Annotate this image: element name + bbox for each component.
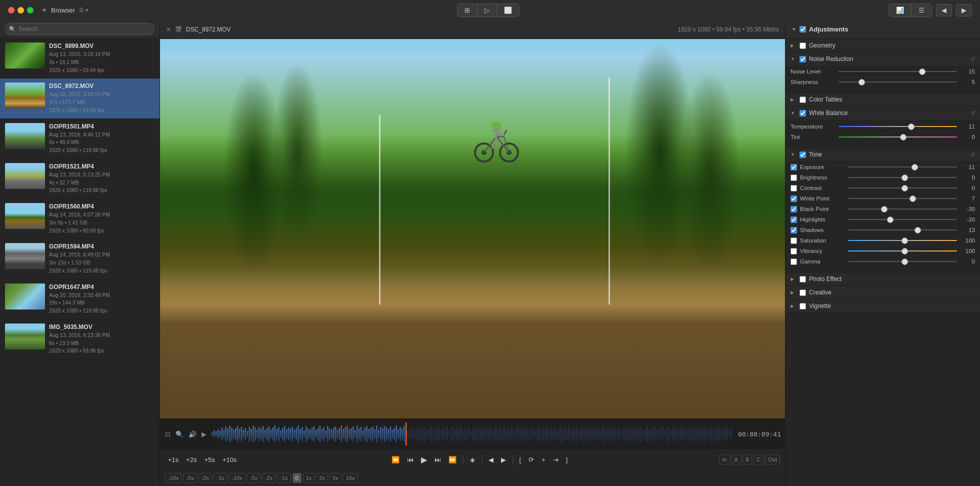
close-button[interactable] bbox=[8, 7, 14, 14]
maximize-button[interactable] bbox=[27, 7, 34, 14]
white-point-checkbox[interactable] bbox=[790, 196, 797, 202]
skip-forward-1s-button[interactable]: +1s bbox=[165, 454, 182, 465]
speed-neg2x-label[interactable]: -2x bbox=[262, 473, 276, 483]
speed-neg5x-label[interactable]: -5x bbox=[247, 473, 260, 483]
tint-slider[interactable] bbox=[838, 136, 957, 138]
minimize-button[interactable] bbox=[18, 7, 24, 14]
file-item[interactable]: DSC_8972.MOV Aug 18, 2016, 3:59:22 PM 37… bbox=[0, 78, 160, 118]
adjustments-enabled-checkbox[interactable] bbox=[800, 26, 806, 32]
step-forward-button[interactable]: ⏭ bbox=[432, 454, 444, 465]
file-item[interactable]: GOPR1521.MP4 Aug 13, 2016, 5:13:25 PM 4s… bbox=[0, 159, 160, 199]
saturation-checkbox[interactable] bbox=[790, 238, 797, 244]
temperature-slider[interactable] bbox=[838, 126, 957, 127]
loop-button[interactable]: ⟳ bbox=[526, 454, 537, 465]
noise-reduction-checkbox[interactable] bbox=[800, 56, 806, 62]
file-item[interactable]: GOPR1647.MP4 Aug 20, 2016, 2:32:49 PM 19… bbox=[0, 280, 160, 320]
edit-in-label[interactable]: In bbox=[719, 454, 730, 464]
nav-prev-button[interactable]: ◀ bbox=[486, 454, 496, 465]
waveform-play-button[interactable]: ▶ bbox=[200, 430, 208, 439]
split-view-button[interactable]: ⬜ bbox=[497, 4, 519, 16]
speed-neg10x-label[interactable]: -10x bbox=[228, 473, 245, 483]
mark-out-button[interactable]: ] bbox=[563, 454, 571, 465]
geometry-header[interactable]: ▶ Geometry bbox=[786, 39, 980, 52]
waveform-zoom-in-button[interactable]: 🔍 bbox=[174, 430, 184, 439]
shadows-checkbox[interactable] bbox=[790, 227, 797, 234]
search-input[interactable] bbox=[5, 23, 154, 35]
white-balance-reset-button[interactable]: ↺ bbox=[970, 110, 975, 116]
vibrancy-checkbox[interactable] bbox=[790, 248, 797, 254]
speed-neg5s-label[interactable]: -5s bbox=[183, 473, 196, 483]
highlights-checkbox[interactable] bbox=[790, 216, 797, 223]
rewind-fast-button[interactable]: ⏪ bbox=[388, 454, 402, 465]
black-point-checkbox[interactable] bbox=[790, 206, 797, 212]
brightness-slider[interactable] bbox=[848, 177, 957, 178]
sidebar-sort-icon[interactable]: ☰ ▾ bbox=[79, 7, 88, 14]
tone-header[interactable]: ▼ Tone ↺ bbox=[786, 148, 980, 161]
nav-back-button[interactable]: ◀ bbox=[936, 4, 952, 16]
speed-2x-label[interactable]: 2x bbox=[316, 473, 328, 483]
creative-checkbox[interactable] bbox=[800, 290, 806, 296]
vignette-header[interactable]: ▶ Vignette bbox=[786, 300, 980, 312]
add-marker-button[interactable]: + bbox=[538, 454, 548, 465]
play-button[interactable]: ▶ bbox=[418, 454, 430, 466]
file-item[interactable]: IMG_5035.MOV Aug 13, 2016, 6:23:38 PM 6s… bbox=[0, 320, 160, 360]
skip-forward-2s-button[interactable]: +2s bbox=[183, 454, 200, 465]
nav-forward-button[interactable]: ▶ bbox=[956, 4, 972, 16]
white-point-slider[interactable] bbox=[848, 198, 957, 199]
color-tables-checkbox[interactable] bbox=[800, 96, 806, 103]
grid-view-button[interactable]: ⊞ bbox=[458, 4, 478, 16]
edit-out-label[interactable]: Out bbox=[765, 454, 780, 464]
edit-b-label[interactable]: B bbox=[742, 454, 752, 464]
waveform-zoom-button[interactable]: ⊡ bbox=[164, 430, 172, 439]
step-back-button[interactable]: ⏮ bbox=[404, 454, 416, 465]
mark-button[interactable]: ◈ bbox=[467, 454, 478, 465]
skip-forward-5s-button[interactable]: +5s bbox=[202, 454, 218, 465]
white-balance-checkbox[interactable] bbox=[800, 110, 806, 116]
edit-c-label[interactable]: C bbox=[754, 454, 764, 464]
black-point-slider[interactable] bbox=[848, 208, 957, 210]
jump-end-button[interactable]: ⇥ bbox=[550, 454, 562, 465]
exposure-checkbox[interactable] bbox=[790, 164, 797, 170]
waveform-canvas[interactable] bbox=[212, 422, 734, 446]
vignette-checkbox[interactable] bbox=[800, 303, 806, 310]
gamma-slider[interactable] bbox=[848, 261, 957, 262]
vibrancy-slider[interactable] bbox=[848, 250, 957, 252]
waveform-audio-button[interactable]: 🔊 bbox=[188, 430, 198, 439]
fast-forward-button[interactable]: ⏩ bbox=[446, 454, 460, 465]
saturation-slider[interactable] bbox=[848, 240, 957, 241]
speed-0-label[interactable]: 0 bbox=[292, 473, 302, 483]
noise-reduction-header[interactable]: ▼ Noise Reduction ↺ bbox=[786, 52, 980, 66]
speed-neg10s-label[interactable]: -10s bbox=[165, 473, 182, 483]
color-tables-header[interactable]: ▶ Color Tables bbox=[786, 93, 980, 106]
mark-in-button[interactable]: [ bbox=[516, 454, 524, 465]
speed-neg1s-label[interactable]: -1s bbox=[214, 473, 227, 483]
close-video-button[interactable]: ✕ bbox=[166, 26, 171, 33]
creative-header[interactable]: ▶ Creative bbox=[786, 286, 980, 299]
noise-level-slider[interactable] bbox=[838, 71, 957, 72]
file-item[interactable]: GOPR1594.MP4 Aug 14, 2016, 6:49:02 PM 3m… bbox=[0, 239, 160, 279]
geometry-checkbox[interactable] bbox=[800, 42, 806, 49]
panel-collapse-icon[interactable]: ▼ bbox=[792, 26, 796, 32]
file-item[interactable]: DSC_8899.MOV Aug 13, 2016, 3:28:16 PM 3s… bbox=[0, 38, 160, 78]
inspector-button[interactable]: ☰ bbox=[912, 4, 932, 16]
skip-forward-10s-button[interactable]: +10s bbox=[220, 454, 240, 465]
play-view-button[interactable]: ▷ bbox=[478, 4, 497, 16]
speed-1x-label[interactable]: 1x bbox=[303, 473, 315, 483]
highlights-slider[interactable] bbox=[848, 219, 957, 220]
exposure-slider[interactable] bbox=[848, 166, 957, 168]
speed-10x-label[interactable]: 10x bbox=[343, 473, 358, 483]
gamma-checkbox[interactable] bbox=[790, 258, 797, 265]
photo-effect-header[interactable]: ▶ Photo Effect bbox=[786, 272, 980, 286]
noise-reduction-reset-button[interactable]: ↺ bbox=[970, 56, 975, 62]
contrast-slider[interactable] bbox=[848, 188, 957, 188]
speed-neg1x-label[interactable]: -1x bbox=[277, 473, 290, 483]
nav-next-button[interactable]: ▶ bbox=[498, 454, 509, 465]
speed-neg2s-label[interactable]: -2s bbox=[198, 473, 212, 483]
white-balance-header[interactable]: ▼ White Balance ↺ bbox=[786, 106, 980, 120]
tone-reset-button[interactable]: ↺ bbox=[970, 152, 975, 158]
brightness-checkbox[interactable] bbox=[790, 174, 797, 181]
file-item[interactable]: GOPR1560.MP4 Aug 14, 2016, 4:07:26 PM 3m… bbox=[0, 199, 160, 239]
photo-effect-checkbox[interactable] bbox=[800, 276, 806, 282]
edit-a-label[interactable]: A bbox=[732, 454, 741, 464]
file-item[interactable]: GOPR1501.MP4 Aug 13, 2016, 4:46:12 PM 6s… bbox=[0, 119, 160, 159]
